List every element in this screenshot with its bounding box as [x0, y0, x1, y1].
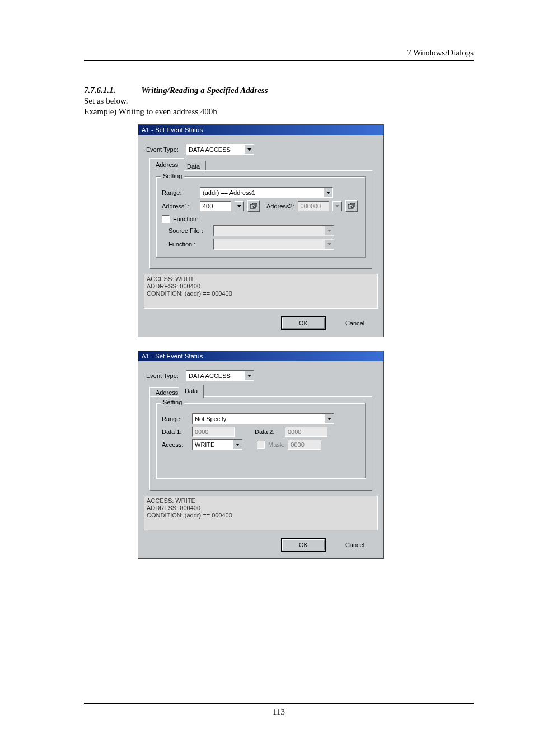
mask-input: 0000	[288, 440, 321, 450]
svg-marker-9	[327, 243, 331, 245]
mask-label: Mask:	[268, 441, 284, 448]
tabstrip: Address Data	[149, 160, 372, 171]
data2-input: 0000	[285, 427, 327, 437]
range-label: Range:	[162, 416, 189, 422]
address1-input[interactable]: 400	[200, 201, 231, 211]
setting-group: Setting Range: (addr) == Address1	[156, 176, 366, 258]
group-legend: Setting	[161, 172, 184, 179]
cancel-button[interactable]: Cancel	[333, 317, 377, 329]
tabstrip: Address Data	[149, 386, 372, 397]
data1-label: Data 1:	[162, 428, 189, 435]
tab-data[interactable]: Data	[179, 385, 204, 398]
dropdown-icon[interactable]	[235, 201, 244, 211]
tabpanel-address: Setting Range: (addr) == Address1	[149, 170, 372, 269]
svg-point-7	[351, 206, 353, 208]
body-line-2: Example) Writing to even address 400h	[84, 107, 474, 116]
chapter-label: 7 Windows/Dialogs	[84, 48, 474, 58]
ok-button[interactable]: OK	[281, 538, 326, 552]
source-file-label: Source File :	[162, 227, 210, 234]
address2-label: Address2:	[266, 203, 294, 209]
access-combo[interactable]: WRITE	[192, 439, 242, 450]
browse-button[interactable]	[345, 200, 358, 212]
range-combo[interactable]: Not Specify	[192, 413, 334, 424]
page-footer: 113	[84, 703, 474, 717]
section-title: Writing/Reading a Specified Address	[141, 86, 268, 95]
dropdown-icon[interactable]	[324, 188, 332, 197]
event-type-label: Event Type:	[146, 372, 184, 379]
range-value: (addr) == Address1	[200, 188, 324, 197]
svg-marker-2	[237, 205, 241, 207]
group-legend: Setting	[161, 399, 184, 405]
range-label: Range:	[162, 189, 196, 196]
data2-label: Data 2:	[255, 428, 282, 435]
dialog-titlebar: A1 - Set Event Status	[138, 125, 383, 135]
page-number: 113	[84, 707, 474, 717]
footer-rule	[84, 703, 474, 704]
range-value: Not Specify	[193, 414, 325, 423]
body-line-1: Set as below.	[84, 96, 474, 106]
header-rule	[84, 60, 474, 61]
ok-button[interactable]: OK	[281, 316, 326, 330]
event-type-combo[interactable]: DATA ACCESS	[186, 370, 254, 381]
page-header: 7 Windows/Dialogs	[84, 48, 474, 61]
cancel-button[interactable]: Cancel	[333, 539, 377, 551]
svg-marker-0	[247, 148, 251, 151]
data1-input: 0000	[192, 427, 235, 437]
svg-marker-11	[327, 418, 331, 420]
svg-point-4	[253, 206, 255, 208]
function-combo	[213, 239, 334, 250]
dropdown-icon	[325, 240, 334, 249]
function-check-label: Function:	[173, 216, 198, 222]
event-type-combo[interactable]: DATA ACCESS	[186, 144, 254, 155]
dropdown-icon[interactable]	[325, 414, 334, 423]
source-file-combo	[213, 225, 334, 236]
svg-marker-12	[236, 444, 240, 446]
svg-marker-10	[247, 375, 251, 377]
status-summary: ACCESS: WRITE ADDRESS: 000400 CONDITION:…	[144, 496, 378, 530]
dropdown-icon	[332, 201, 342, 211]
browse-button[interactable]	[247, 200, 260, 212]
tabpanel-data: Setting Range: Not Specify	[149, 396, 372, 491]
dropdown-icon	[325, 226, 334, 235]
function-value	[214, 240, 325, 249]
mask-checkbox	[257, 441, 265, 449]
dropdown-icon[interactable]	[245, 145, 254, 154]
dropdown-icon[interactable]	[245, 371, 254, 380]
svg-marker-8	[327, 230, 331, 232]
source-file-value	[214, 226, 325, 235]
dialog-data: A1 - Set Event Status Event Type: DATA A…	[138, 351, 384, 559]
dropdown-icon[interactable]	[233, 440, 242, 449]
status-summary: ACCESS: WRITE ADDRESS: 000400 CONDITION:…	[144, 274, 378, 309]
access-label: Access:	[162, 441, 189, 448]
range-combo[interactable]: (addr) == Address1	[200, 187, 333, 198]
address2-input: 000000	[298, 201, 329, 211]
function-checkbox[interactable]	[162, 215, 170, 223]
address1-label: Address1:	[162, 203, 196, 209]
event-type-label: Event Type:	[146, 146, 184, 153]
access-value: WRITE	[193, 440, 233, 449]
svg-marker-5	[335, 205, 339, 207]
tab-address[interactable]: Address	[149, 158, 184, 172]
event-type-value: DATA ACCESS	[186, 371, 245, 380]
function-label: Function :	[162, 241, 210, 248]
section-number: 7.7.6.1.1.	[84, 86, 115, 95]
event-type-value: DATA ACCESS	[186, 145, 245, 154]
dialog-titlebar: A1 - Set Event Status	[138, 351, 383, 361]
setting-group: Setting Range: Not Specify	[156, 403, 366, 479]
dialog-address: A1 - Set Event Status Event Type: DATA A…	[138, 124, 384, 337]
svg-marker-1	[326, 192, 330, 194]
